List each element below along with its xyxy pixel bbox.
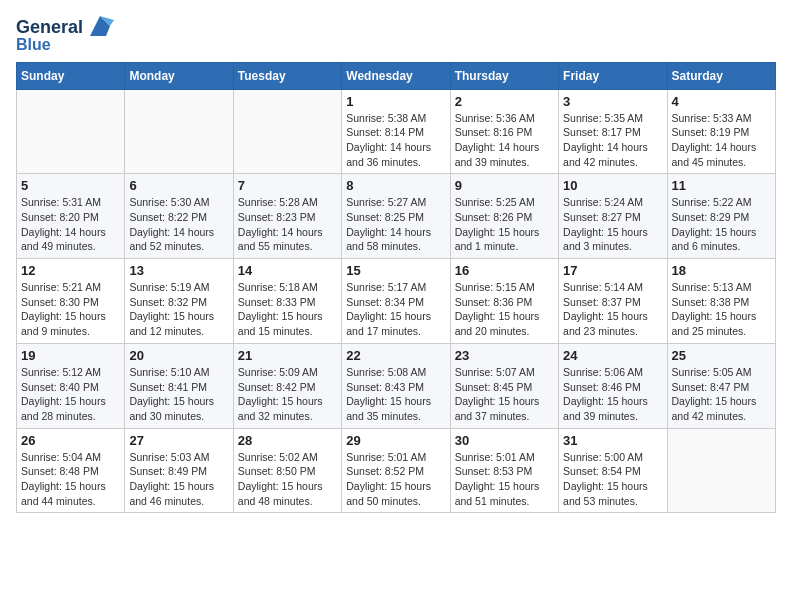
calendar-cell: 7Sunrise: 5:28 AMSunset: 8:23 PMDaylight… (233, 174, 341, 259)
day-number: 24 (563, 348, 662, 363)
day-number: 31 (563, 433, 662, 448)
day-number: 7 (238, 178, 337, 193)
calendar-cell: 20Sunrise: 5:10 AMSunset: 8:41 PMDayligh… (125, 343, 233, 428)
day-number: 27 (129, 433, 228, 448)
calendar-cell: 14Sunrise: 5:18 AMSunset: 8:33 PMDayligh… (233, 259, 341, 344)
day-info: Sunrise: 5:09 AMSunset: 8:42 PMDaylight:… (238, 365, 337, 424)
day-number: 8 (346, 178, 445, 193)
calendar-cell: 17Sunrise: 5:14 AMSunset: 8:37 PMDayligh… (559, 259, 667, 344)
day-number: 9 (455, 178, 554, 193)
calendar-cell: 22Sunrise: 5:08 AMSunset: 8:43 PMDayligh… (342, 343, 450, 428)
day-number: 25 (672, 348, 771, 363)
day-info: Sunrise: 5:28 AMSunset: 8:23 PMDaylight:… (238, 195, 337, 254)
day-info: Sunrise: 5:31 AMSunset: 8:20 PMDaylight:… (21, 195, 120, 254)
day-number: 11 (672, 178, 771, 193)
day-info: Sunrise: 5:08 AMSunset: 8:43 PMDaylight:… (346, 365, 445, 424)
day-number: 1 (346, 94, 445, 109)
calendar-cell: 18Sunrise: 5:13 AMSunset: 8:38 PMDayligh… (667, 259, 775, 344)
day-number: 28 (238, 433, 337, 448)
calendar-week-4: 19Sunrise: 5:12 AMSunset: 8:40 PMDayligh… (17, 343, 776, 428)
logo-text: General Blue (16, 16, 114, 54)
day-info: Sunrise: 5:14 AMSunset: 8:37 PMDaylight:… (563, 280, 662, 339)
calendar-table: SundayMondayTuesdayWednesdayThursdayFrid… (16, 62, 776, 514)
calendar-cell: 25Sunrise: 5:05 AMSunset: 8:47 PMDayligh… (667, 343, 775, 428)
calendar-cell (233, 89, 341, 174)
day-info: Sunrise: 5:36 AMSunset: 8:16 PMDaylight:… (455, 111, 554, 170)
calendar-cell: 3Sunrise: 5:35 AMSunset: 8:17 PMDaylight… (559, 89, 667, 174)
calendar-cell: 2Sunrise: 5:36 AMSunset: 8:16 PMDaylight… (450, 89, 558, 174)
day-info: Sunrise: 5:24 AMSunset: 8:27 PMDaylight:… (563, 195, 662, 254)
day-number: 6 (129, 178, 228, 193)
calendar-cell: 10Sunrise: 5:24 AMSunset: 8:27 PMDayligh… (559, 174, 667, 259)
day-info: Sunrise: 5:13 AMSunset: 8:38 PMDaylight:… (672, 280, 771, 339)
day-info: Sunrise: 5:27 AMSunset: 8:25 PMDaylight:… (346, 195, 445, 254)
calendar-cell: 15Sunrise: 5:17 AMSunset: 8:34 PMDayligh… (342, 259, 450, 344)
weekday-header-row: SundayMondayTuesdayWednesdayThursdayFrid… (17, 62, 776, 89)
calendar-cell: 29Sunrise: 5:01 AMSunset: 8:52 PMDayligh… (342, 428, 450, 513)
day-number: 13 (129, 263, 228, 278)
calendar-cell: 9Sunrise: 5:25 AMSunset: 8:26 PMDaylight… (450, 174, 558, 259)
day-number: 21 (238, 348, 337, 363)
day-number: 23 (455, 348, 554, 363)
calendar-week-3: 12Sunrise: 5:21 AMSunset: 8:30 PMDayligh… (17, 259, 776, 344)
calendar-cell (17, 89, 125, 174)
calendar-cell: 19Sunrise: 5:12 AMSunset: 8:40 PMDayligh… (17, 343, 125, 428)
day-info: Sunrise: 5:00 AMSunset: 8:54 PMDaylight:… (563, 450, 662, 509)
day-number: 14 (238, 263, 337, 278)
day-info: Sunrise: 5:15 AMSunset: 8:36 PMDaylight:… (455, 280, 554, 339)
calendar-cell: 16Sunrise: 5:15 AMSunset: 8:36 PMDayligh… (450, 259, 558, 344)
day-info: Sunrise: 5:10 AMSunset: 8:41 PMDaylight:… (129, 365, 228, 424)
day-number: 30 (455, 433, 554, 448)
calendar-cell: 11Sunrise: 5:22 AMSunset: 8:29 PMDayligh… (667, 174, 775, 259)
calendar-cell: 4Sunrise: 5:33 AMSunset: 8:19 PMDaylight… (667, 89, 775, 174)
day-info: Sunrise: 5:25 AMSunset: 8:26 PMDaylight:… (455, 195, 554, 254)
calendar-cell: 28Sunrise: 5:02 AMSunset: 8:50 PMDayligh… (233, 428, 341, 513)
calendar-week-5: 26Sunrise: 5:04 AMSunset: 8:48 PMDayligh… (17, 428, 776, 513)
day-number: 26 (21, 433, 120, 448)
day-info: Sunrise: 5:12 AMSunset: 8:40 PMDaylight:… (21, 365, 120, 424)
day-info: Sunrise: 5:07 AMSunset: 8:45 PMDaylight:… (455, 365, 554, 424)
weekday-header-thursday: Thursday (450, 62, 558, 89)
calendar-cell (125, 89, 233, 174)
day-info: Sunrise: 5:04 AMSunset: 8:48 PMDaylight:… (21, 450, 120, 509)
day-number: 15 (346, 263, 445, 278)
day-number: 16 (455, 263, 554, 278)
day-number: 10 (563, 178, 662, 193)
day-info: Sunrise: 5:19 AMSunset: 8:32 PMDaylight:… (129, 280, 228, 339)
calendar-cell: 21Sunrise: 5:09 AMSunset: 8:42 PMDayligh… (233, 343, 341, 428)
logo: General Blue (16, 16, 114, 54)
day-info: Sunrise: 5:03 AMSunset: 8:49 PMDaylight:… (129, 450, 228, 509)
calendar-cell: 24Sunrise: 5:06 AMSunset: 8:46 PMDayligh… (559, 343, 667, 428)
calendar-cell: 31Sunrise: 5:00 AMSunset: 8:54 PMDayligh… (559, 428, 667, 513)
calendar-cell: 27Sunrise: 5:03 AMSunset: 8:49 PMDayligh… (125, 428, 233, 513)
weekday-header-tuesday: Tuesday (233, 62, 341, 89)
calendar-week-2: 5Sunrise: 5:31 AMSunset: 8:20 PMDaylight… (17, 174, 776, 259)
weekday-header-wednesday: Wednesday (342, 62, 450, 89)
day-info: Sunrise: 5:35 AMSunset: 8:17 PMDaylight:… (563, 111, 662, 170)
day-info: Sunrise: 5:01 AMSunset: 8:53 PMDaylight:… (455, 450, 554, 509)
calendar-cell: 26Sunrise: 5:04 AMSunset: 8:48 PMDayligh… (17, 428, 125, 513)
page-header: General Blue (16, 16, 776, 54)
calendar-week-1: 1Sunrise: 5:38 AMSunset: 8:14 PMDaylight… (17, 89, 776, 174)
day-number: 18 (672, 263, 771, 278)
day-info: Sunrise: 5:21 AMSunset: 8:30 PMDaylight:… (21, 280, 120, 339)
calendar-cell: 13Sunrise: 5:19 AMSunset: 8:32 PMDayligh… (125, 259, 233, 344)
logo-icon (86, 12, 114, 40)
day-number: 5 (21, 178, 120, 193)
day-number: 17 (563, 263, 662, 278)
day-info: Sunrise: 5:22 AMSunset: 8:29 PMDaylight:… (672, 195, 771, 254)
calendar-cell: 30Sunrise: 5:01 AMSunset: 8:53 PMDayligh… (450, 428, 558, 513)
calendar-cell: 23Sunrise: 5:07 AMSunset: 8:45 PMDayligh… (450, 343, 558, 428)
calendar-cell: 5Sunrise: 5:31 AMSunset: 8:20 PMDaylight… (17, 174, 125, 259)
calendar-cell (667, 428, 775, 513)
day-info: Sunrise: 5:02 AMSunset: 8:50 PMDaylight:… (238, 450, 337, 509)
day-number: 29 (346, 433, 445, 448)
calendar-cell: 8Sunrise: 5:27 AMSunset: 8:25 PMDaylight… (342, 174, 450, 259)
day-number: 4 (672, 94, 771, 109)
weekday-header-monday: Monday (125, 62, 233, 89)
day-info: Sunrise: 5:17 AMSunset: 8:34 PMDaylight:… (346, 280, 445, 339)
day-info: Sunrise: 5:18 AMSunset: 8:33 PMDaylight:… (238, 280, 337, 339)
calendar-body: 1Sunrise: 5:38 AMSunset: 8:14 PMDaylight… (17, 89, 776, 513)
weekday-header-friday: Friday (559, 62, 667, 89)
day-info: Sunrise: 5:05 AMSunset: 8:47 PMDaylight:… (672, 365, 771, 424)
